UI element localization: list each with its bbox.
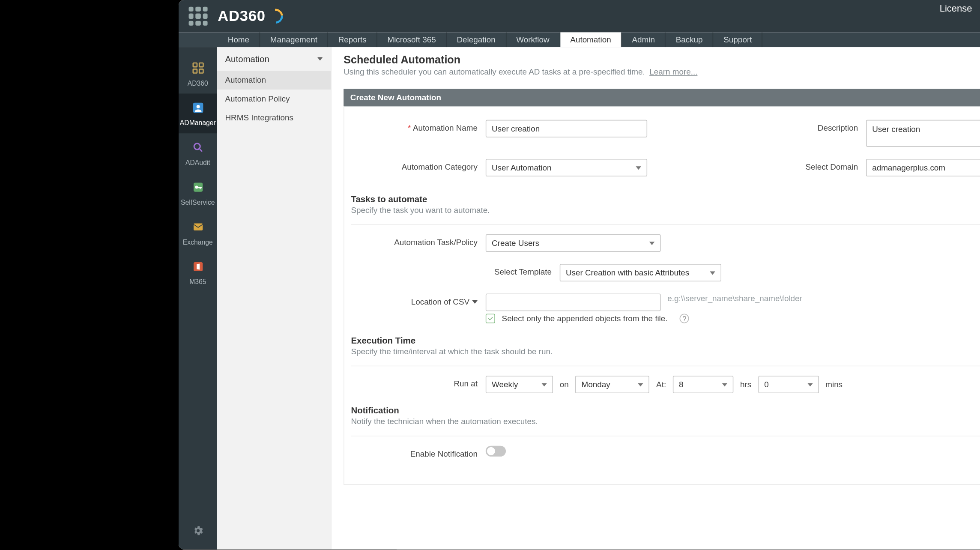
- rail-label: SelfService: [181, 199, 215, 206]
- page-title: Scheduled Automation: [344, 54, 980, 66]
- content-area: Scheduled Automation Using this schedule…: [331, 47, 980, 550]
- svg-rect-0: [193, 63, 197, 67]
- office-icon: [190, 259, 205, 274]
- tab-management[interactable]: Management: [260, 32, 328, 47]
- csv-label: Location of CSV: [351, 293, 485, 306]
- caret-down-icon: [317, 57, 323, 61]
- grid-icon: [190, 60, 205, 75]
- category-value: User Automation: [491, 163, 551, 172]
- caret-down-icon: [472, 301, 478, 304]
- caret-down-icon: [541, 383, 547, 386]
- template-select[interactable]: User Creation with basic Attributes: [559, 264, 721, 281]
- sidebar-item-policy[interactable]: Automation Policy: [217, 90, 331, 108]
- frequency-select[interactable]: Weekly: [485, 376, 553, 393]
- help-icon[interactable]: ?: [679, 314, 689, 323]
- enable-notif-label: Enable Notification: [351, 446, 485, 459]
- rail-label: ADAudit: [185, 159, 210, 166]
- on-label: on: [559, 380, 568, 389]
- at-label: At:: [656, 380, 666, 389]
- brand-text: AD360: [218, 7, 266, 25]
- page-subtitle: Using this scheduler you can automatical…: [344, 67, 980, 77]
- caret-down-icon: [710, 271, 715, 275]
- caret-down-icon: [649, 242, 654, 245]
- caret-down-icon: [807, 383, 813, 386]
- mins-label: mins: [825, 380, 843, 389]
- svg-point-6: [194, 143, 200, 149]
- rail-m365[interactable]: M365: [179, 253, 217, 293]
- apps-grid-icon[interactable]: [188, 7, 207, 26]
- appended-only-label: Select only the appended objects from th…: [502, 314, 667, 323]
- domain-label: Select Domain: [745, 159, 866, 172]
- enable-notif-toggle[interactable]: [485, 446, 505, 457]
- caret-down-icon: [722, 383, 727, 386]
- tab-backup[interactable]: Backup: [666, 32, 714, 47]
- tab-workflow[interactable]: Workflow: [506, 32, 560, 47]
- license-link[interactable]: License: [939, 0, 972, 16]
- topbar: AD360 License AD Explorer TalkBack: [179, 0, 980, 32]
- domain-value: admanagerplus.com: [872, 163, 945, 172]
- task-label: Automation Task/Policy: [351, 234, 485, 247]
- rail-admanager[interactable]: ADManager: [179, 94, 217, 134]
- rail-selfservice[interactable]: SelfService: [179, 173, 217, 213]
- run-at-label: Run at: [351, 376, 485, 389]
- template-value: User Creation with basic Attributes: [565, 268, 689, 278]
- tab-support[interactable]: Support: [713, 32, 762, 47]
- tab-home[interactable]: Home: [218, 32, 260, 47]
- sidebar-item-automation[interactable]: Automation: [217, 71, 331, 90]
- exec-section-title: Execution Time: [351, 335, 980, 346]
- notif-section-title: Notification: [351, 405, 980, 415]
- rail-label: AD360: [187, 79, 208, 87]
- sidebar-item-hrms[interactable]: HRMS Integrations: [217, 108, 331, 127]
- rail-exchange[interactable]: Exchange: [179, 213, 217, 253]
- caret-down-icon: [636, 166, 641, 169]
- csv-input[interactable]: [485, 293, 660, 311]
- domain-select[interactable]: admanagerplus.com: [866, 159, 980, 176]
- description-label: Description: [745, 120, 866, 133]
- hrs-label: hrs: [740, 380, 751, 389]
- task-value: Create Users: [491, 238, 539, 248]
- automation-name-label: *Automation Name: [351, 120, 485, 133]
- sidebar: Automation Automation Automation Policy …: [217, 47, 331, 550]
- rail-adaudit[interactable]: ADAudit: [179, 133, 217, 173]
- hour-select[interactable]: 8: [672, 376, 733, 393]
- description-textarea[interactable]: [866, 120, 980, 147]
- day-select[interactable]: Monday: [575, 376, 649, 393]
- rail-label: M365: [189, 278, 206, 285]
- task-select[interactable]: Create Users: [485, 234, 660, 252]
- tab-delegation[interactable]: Delegation: [446, 32, 506, 47]
- logo-arc-icon: [265, 6, 286, 27]
- csv-hint: e.g:\\server_name\share_name\folder: [667, 293, 802, 303]
- rail-label: ADManager: [179, 119, 215, 126]
- rail-settings[interactable]: [191, 525, 203, 550]
- learn-more-link[interactable]: Learn more...: [649, 67, 697, 77]
- left-rail: AD360 ADManager ADAudit SelfService Exch…: [179, 47, 217, 550]
- brand-logo: AD360: [218, 7, 283, 25]
- tasks-section-sub: Specify the task you want to automate.: [351, 205, 980, 215]
- separator-line: [351, 436, 980, 436]
- appended-only-checkbox[interactable]: [485, 314, 495, 323]
- minute-select[interactable]: 0: [758, 376, 819, 393]
- tasks-section-title: Tasks to automate: [351, 194, 980, 204]
- tab-automation[interactable]: Automation: [560, 32, 621, 47]
- rail-label: Exchange: [182, 238, 212, 245]
- form-panel: *Automation Name Description Automation …: [344, 106, 980, 484]
- tab-reports[interactable]: Reports: [328, 32, 377, 47]
- tab-m365[interactable]: Microsoft 365: [377, 32, 446, 47]
- svg-rect-2: [193, 69, 197, 73]
- svg-rect-1: [199, 63, 203, 67]
- mail-icon: [190, 219, 205, 234]
- sidebar-header[interactable]: Automation: [217, 47, 331, 71]
- caret-down-icon: [638, 383, 643, 386]
- sidebar-title: Automation: [225, 54, 269, 64]
- category-select[interactable]: User Automation: [485, 159, 647, 176]
- separator-line: [351, 366, 980, 367]
- user-icon: [190, 100, 205, 115]
- exec-section-sub: Specify the time/interval at which the t…: [351, 347, 980, 356]
- tab-admin[interactable]: Admin: [621, 32, 665, 47]
- rail-ad360[interactable]: AD360: [179, 54, 217, 94]
- template-label: Select Template: [425, 264, 559, 277]
- key-icon: [190, 180, 205, 195]
- magnifier-icon: [190, 140, 205, 155]
- automation-name-input[interactable]: [485, 120, 647, 138]
- category-label: Automation Category: [351, 159, 485, 172]
